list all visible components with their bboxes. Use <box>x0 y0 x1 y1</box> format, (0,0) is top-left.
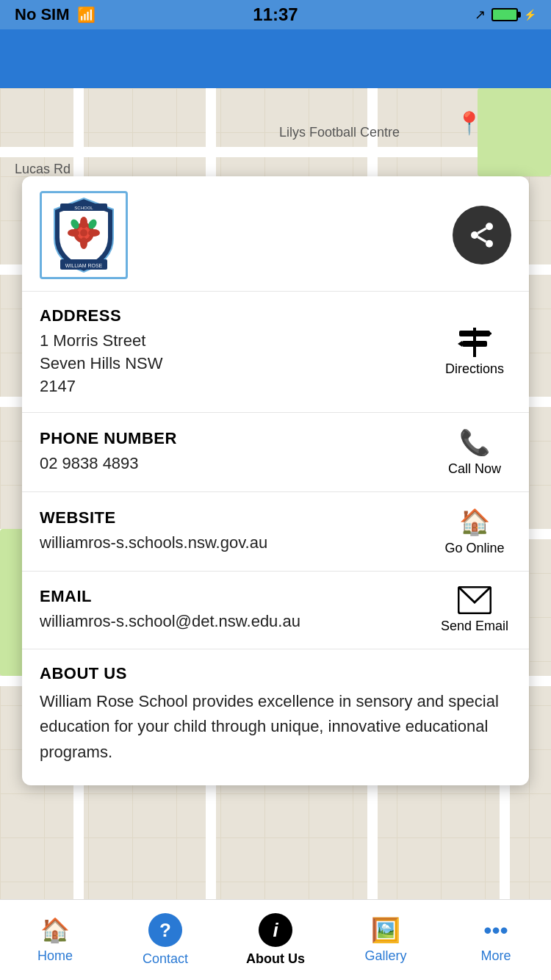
shield-logo-svg: WILLIAM ROSE SCHOOL <box>47 195 120 275</box>
phone-icon: 📞 <box>459 428 490 457</box>
call-button[interactable]: 📞 Call Now <box>438 428 511 477</box>
wifi-icon: 📶 <box>77 6 96 24</box>
home-nav-label: Home <box>37 948 73 964</box>
home-icon: 🏠 <box>459 507 490 536</box>
address-label: ADDRESS <box>40 306 438 325</box>
about-us-section: ABOUT US William Rose School provides ex… <box>22 649 529 785</box>
phone-section: PHONE NUMBER 02 9838 4893 📞 Call Now <box>22 412 529 491</box>
website-content: WEBSITE williamros-s.schools.nsw.gov.au <box>40 508 438 555</box>
carrier-text: No SIM <box>15 5 70 24</box>
phone-value: 02 9838 4893 <box>40 453 438 475</box>
go-online-label: Go Online <box>444 541 504 556</box>
svg-text:WILLIAM ROSE: WILLIAM ROSE <box>65 263 103 268</box>
website-label: WEBSITE <box>40 508 438 527</box>
status-right: ↗ ⚡ <box>475 7 536 23</box>
svg-line-17 <box>478 228 486 234</box>
address-line1: 1 Morris Street <box>40 330 438 353</box>
info-card: WILLIAM ROSE SCHOOL ADDRESS 1 Morris Str… <box>22 176 529 785</box>
header-bar <box>0 29 551 88</box>
directions-label: Directions <box>445 361 504 377</box>
svg-marker-21 <box>458 341 462 347</box>
gallery-nav-label: Gallery <box>364 948 406 964</box>
status-left: No SIM 📶 <box>15 5 96 24</box>
directions-button[interactable]: Directions <box>438 328 511 377</box>
svg-point-2 <box>80 229 87 237</box>
battery-bolt-icon: ⚡ <box>524 9 536 21</box>
phone-content: PHONE NUMBER 02 9838 4893 <box>40 429 438 475</box>
nav-about-us[interactable]: i About Us <box>220 913 331 967</box>
status-bar: No SIM 📶 11:37 ↗ ⚡ <box>0 0 551 29</box>
svg-point-15 <box>486 240 493 248</box>
about-us-nav-label: About Us <box>246 951 305 967</box>
svg-point-6 <box>88 229 100 237</box>
directions-icon <box>458 328 491 357</box>
website-section: WEBSITE williamros-s.schools.nsw.gov.au … <box>22 491 529 571</box>
location-icon: ↗ <box>475 7 486 23</box>
bottom-navigation: 🏠 Home ? Contact i About Us 🖼️ Gallery •… <box>0 899 551 980</box>
nav-more[interactable]: ••• More <box>441 917 551 964</box>
send-email-button[interactable]: Send Email <box>438 586 511 634</box>
svg-point-5 <box>68 229 79 237</box>
email-icon <box>458 586 491 614</box>
share-button[interactable] <box>453 206 511 264</box>
svg-rect-22 <box>473 328 476 357</box>
email-label: EMAIL <box>40 587 438 606</box>
more-nav-label: More <box>480 948 511 964</box>
battery-icon <box>491 8 518 21</box>
svg-point-4 <box>80 237 87 249</box>
gallery-nav-icon: 🖼️ <box>371 916 400 944</box>
svg-point-14 <box>471 231 478 239</box>
more-nav-icon: ••• <box>483 917 508 944</box>
nav-contact[interactable]: ? Contact <box>110 913 220 967</box>
map-label-lucas: Lucas Rd <box>15 162 71 177</box>
email-content: EMAIL williamros-s.school@det.nsw.edu.au <box>40 587 438 633</box>
contact-circle-icon: ? <box>148 913 182 947</box>
send-email-label: Send Email <box>441 619 508 634</box>
go-online-button[interactable]: 🏠 Go Online <box>438 507 511 556</box>
call-label: Call Now <box>448 461 501 477</box>
map-pin-football: 📍 <box>455 110 483 136</box>
about-us-label: ABOUT US <box>40 664 511 683</box>
contact-nav-label: Contact <box>143 951 188 967</box>
card-header: WILLIAM ROSE SCHOOL <box>22 176 529 291</box>
nav-gallery[interactable]: 🖼️ Gallery <box>331 916 441 964</box>
nav-home[interactable]: 🏠 Home <box>0 916 110 964</box>
email-section: EMAIL williamros-s.school@det.nsw.edu.au… <box>22 571 529 649</box>
svg-point-3 <box>80 217 87 228</box>
map-label-football: Lilys Football Centre <box>279 125 400 140</box>
svg-text:SCHOOL: SCHOOL <box>74 206 93 210</box>
address-line2: Seven Hills NSW <box>40 353 438 375</box>
time-display: 11:37 <box>253 4 298 25</box>
address-section: ADDRESS 1 Morris Street Seven Hills NSW … <box>22 291 529 412</box>
home-nav-icon: 🏠 <box>40 916 70 944</box>
map-green-area <box>478 88 551 176</box>
phone-label: PHONE NUMBER <box>40 429 438 448</box>
about-us-nav-icon: i <box>259 913 292 947</box>
website-value: williamros-s.schools.nsw.gov.au <box>40 532 438 555</box>
svg-point-13 <box>486 223 493 230</box>
email-value: williamros-s.school@det.nsw.edu.au <box>40 610 438 633</box>
svg-line-16 <box>478 237 486 242</box>
address-content: ADDRESS 1 Morris Street Seven Hills NSW … <box>40 306 438 397</box>
school-logo: WILLIAM ROSE SCHOOL <box>40 191 128 279</box>
about-us-text: William Rose School provides excellence … <box>40 689 511 764</box>
address-line3: 2147 <box>40 375 438 398</box>
